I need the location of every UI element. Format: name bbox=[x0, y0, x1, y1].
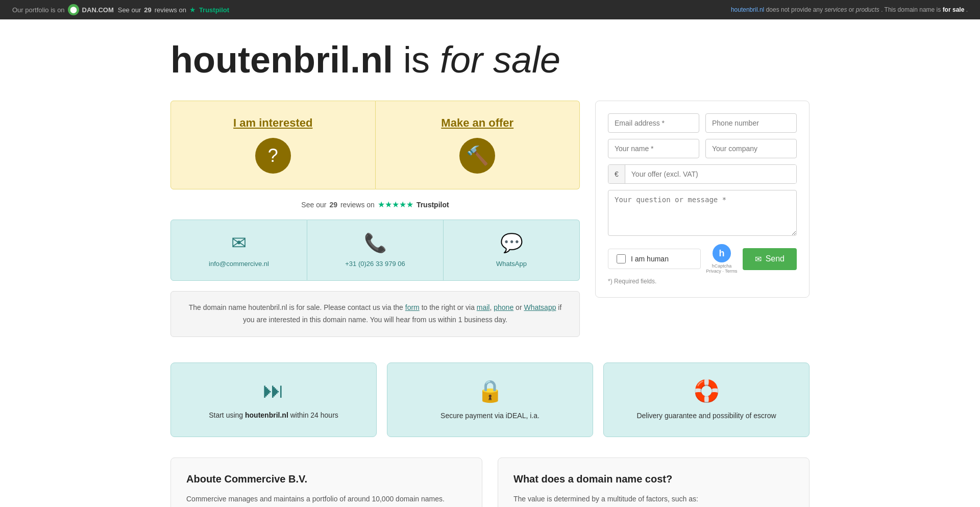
tp-prefix: See our bbox=[301, 201, 326, 209]
notice-period: . bbox=[966, 6, 968, 13]
right-section: € I am human h hCaptchaPrivacy · Te bbox=[595, 101, 810, 298]
form-row-2 bbox=[608, 139, 797, 158]
fast-forward-icon: ⏭ bbox=[181, 378, 366, 403]
info-text-before: The domain name houtenbril.nl is for sal… bbox=[189, 303, 405, 311]
hero-is: is bbox=[403, 39, 440, 80]
domain-link[interactable]: houtenbril.nl bbox=[731, 6, 764, 13]
portfolio-text: Our portfolio is on bbox=[12, 6, 65, 14]
notice-services: services bbox=[824, 6, 847, 13]
about-card-right: What does a domain name cost? The value … bbox=[498, 457, 810, 507]
send-icon: ✉ bbox=[755, 254, 762, 264]
phone-input[interactable] bbox=[705, 113, 797, 133]
trustpilot-row: See our 29 reviews on ★★★★★ Trustpilot bbox=[170, 200, 580, 209]
company-input[interactable] bbox=[705, 139, 797, 158]
feature-card-24h: ⏭ Start using houtenbril.nl within 24 ho… bbox=[170, 363, 377, 437]
feature-domain: houtenbril.nl bbox=[245, 411, 288, 419]
dan-text: DAN.COM bbox=[82, 6, 114, 14]
about-title-right: What does a domain name cost? bbox=[513, 473, 794, 485]
whatsapp-icon: 💬 bbox=[450, 232, 573, 254]
message-textarea[interactable] bbox=[608, 190, 797, 236]
email-icon: ✉ bbox=[177, 232, 301, 254]
feature-card-delivery: 🛟 Delivery guarantee and possibility of … bbox=[603, 363, 810, 437]
reviews-suffix: reviews on bbox=[155, 6, 186, 14]
interest-cards: I am interested ? Make an offer 🔨 bbox=[170, 101, 580, 189]
name-field-wrapper bbox=[608, 139, 699, 158]
tp-suffix: reviews on bbox=[340, 201, 375, 209]
reviews-count: 29 bbox=[144, 6, 151, 14]
dan-logo: Our portfolio is on ⬤ DAN.COM bbox=[12, 4, 114, 15]
hcaptcha-logo-icon: h bbox=[713, 244, 731, 262]
captcha-label: I am human bbox=[631, 255, 669, 263]
notice-products: products bbox=[856, 6, 879, 13]
trustpilot-badge: See our 29 reviews on ★ Trustpilot bbox=[118, 6, 229, 14]
phone-link[interactable]: +31 (0)26 33 979 06 bbox=[345, 260, 405, 268]
about-section: Aboute Commercive B.V. Commercive manage… bbox=[170, 457, 810, 507]
feature-text-24h: Start using houtenbril.nl within 24 hour… bbox=[181, 410, 366, 421]
currency-symbol: € bbox=[608, 165, 625, 183]
interested-title: I am interested bbox=[181, 116, 365, 130]
info-box: The domain name houtenbril.nl is for sal… bbox=[170, 291, 580, 337]
phone-field-wrapper bbox=[705, 113, 797, 133]
about-card-left: Aboute Commercive B.V. Commercive manage… bbox=[170, 457, 482, 507]
topbar: Our portfolio is on ⬤ DAN.COM See our 29… bbox=[0, 0, 980, 19]
email-input[interactable] bbox=[608, 113, 699, 133]
email-field-wrapper bbox=[608, 113, 699, 133]
about-p1-right: The value is determined by a multitude o… bbox=[513, 493, 794, 505]
feature-text-delivery: Delivery guarantee and possibility of es… bbox=[614, 411, 799, 421]
topbar-left: Our portfolio is on ⬤ DAN.COM See our 29… bbox=[12, 4, 229, 15]
send-label: Send bbox=[766, 254, 785, 263]
info-mid1: to the right or via bbox=[420, 303, 477, 311]
email-contact-card[interactable]: ✉ info@commercive.nl bbox=[170, 220, 307, 281]
contact-form: € I am human h hCaptchaPrivacy · Te bbox=[595, 101, 810, 298]
contact-cards: ✉ info@commercive.nl 📞 +31 (0)26 33 979 … bbox=[170, 220, 580, 281]
form-row-1 bbox=[608, 113, 797, 133]
interested-card[interactable]: I am interested ? bbox=[170, 101, 376, 189]
send-button[interactable]: ✉ Send bbox=[743, 248, 797, 270]
hcaptcha-text: hCaptchaPrivacy · Terms bbox=[706, 263, 737, 274]
question-icon: ? bbox=[255, 138, 291, 174]
form-link[interactable]: form bbox=[405, 303, 420, 311]
human-checkbox[interactable] bbox=[617, 254, 626, 263]
phone-text-link[interactable]: phone bbox=[494, 303, 513, 311]
lock-icon: 🔒 bbox=[398, 378, 582, 403]
mail-link[interactable]: mail bbox=[477, 303, 490, 311]
content-layout: I am interested ? Make an offer 🔨 See ou… bbox=[170, 101, 810, 337]
notice-end: . This domain name is bbox=[881, 6, 943, 13]
hammer-icon: 🔨 bbox=[459, 138, 495, 174]
hero-domain: houtenbril.nl bbox=[170, 39, 393, 80]
offer-title: Make an offer bbox=[386, 116, 570, 130]
left-section: I am interested ? Make an offer 🔨 See ou… bbox=[170, 101, 580, 337]
phone-contact-card[interactable]: 📞 +31 (0)26 33 979 06 bbox=[307, 220, 444, 281]
whatsapp-link[interactable]: WhatsApp bbox=[496, 260, 527, 268]
feature-cards: ⏭ Start using houtenbril.nl within 24 ho… bbox=[170, 363, 810, 437]
email-link[interactable]: info@commercive.nl bbox=[209, 260, 269, 268]
feature-after: within 24 hours bbox=[288, 411, 338, 419]
dan-logo-circle: ⬤ bbox=[68, 4, 79, 15]
tp-count: 29 bbox=[329, 201, 337, 209]
offer-row: € bbox=[608, 164, 797, 184]
offer-input[interactable] bbox=[625, 165, 796, 183]
tp-stars-icon: ★★★★★ bbox=[378, 200, 413, 209]
offer-card[interactable]: Make an offer 🔨 bbox=[376, 101, 580, 189]
about-p1-left: Commercive manages and maintains a portf… bbox=[186, 493, 467, 505]
required-note: *) Required fields. bbox=[608, 278, 797, 285]
name-input[interactable] bbox=[608, 139, 699, 158]
main-container: houtenbril.nl is for sale I am intereste… bbox=[158, 19, 822, 507]
notice-or: or bbox=[849, 6, 856, 13]
topbar-notice: houtenbril.nl does not provide any servi… bbox=[731, 6, 968, 13]
company-field-wrapper bbox=[705, 139, 797, 158]
lifebuoy-icon: 🛟 bbox=[614, 378, 799, 403]
hcaptcha-logo-area: h hCaptchaPrivacy · Terms bbox=[706, 244, 737, 274]
whatsapp-text-link[interactable]: Whatsapp bbox=[524, 303, 556, 311]
whatsapp-contact-card[interactable]: 💬 WhatsApp bbox=[444, 220, 580, 281]
hero-for-sale: for sale bbox=[440, 39, 560, 80]
notice-text: does not provide any bbox=[766, 6, 825, 13]
form-bottom-row: I am human h hCaptchaPrivacy · Terms ✉ S… bbox=[608, 244, 797, 274]
feature-card-payment: 🔒 Secure payment via iDEAL, i.a. bbox=[387, 363, 593, 437]
captcha-box[interactable]: I am human bbox=[608, 249, 701, 269]
notice-sale: for sale bbox=[943, 6, 965, 13]
reviews-prefix: See our bbox=[118, 6, 141, 14]
about-title-left: Aboute Commercive B.V. bbox=[186, 473, 467, 485]
captcha-section: I am human h hCaptchaPrivacy · Terms bbox=[608, 244, 738, 274]
trustpilot-star-icon: ★ bbox=[189, 6, 196, 14]
